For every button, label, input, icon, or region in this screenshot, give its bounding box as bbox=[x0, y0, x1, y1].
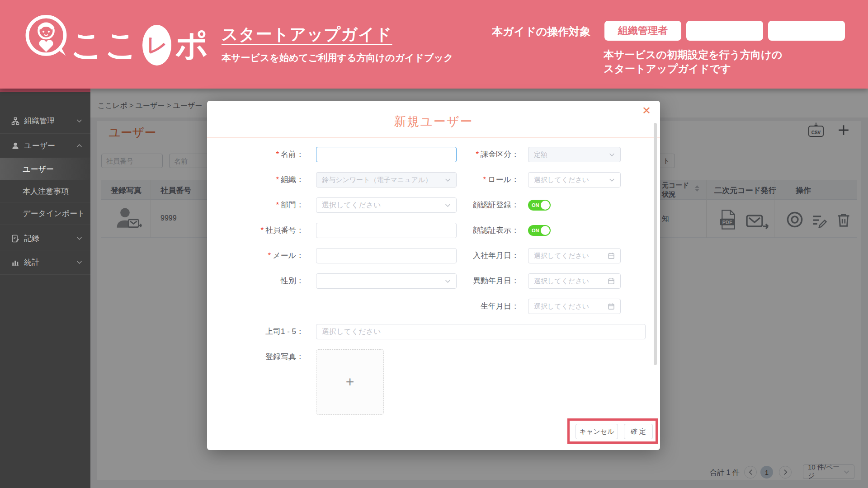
close-icon[interactable]: ✕ bbox=[642, 105, 651, 116]
logo-accent-oval: レ bbox=[142, 25, 171, 66]
chevron-down-icon bbox=[76, 236, 82, 240]
sidebar-item-label: 統計 bbox=[24, 257, 39, 267]
upload-plus-icon: + bbox=[346, 374, 354, 390]
photo-upload-box[interactable]: + bbox=[316, 349, 384, 415]
role-button-2[interactable] bbox=[686, 21, 763, 41]
sidebar-item-statistics[interactable]: 統計 bbox=[0, 250, 90, 275]
sidebar-item-records[interactable]: 記録 bbox=[0, 227, 90, 250]
name-label: *名前： bbox=[213, 149, 304, 160]
bar-chart-icon bbox=[11, 258, 20, 267]
dialog-scrollbar[interactable] bbox=[654, 123, 657, 365]
header-description-line2: スタートアップガイドです bbox=[604, 62, 782, 76]
app-root: ここレポ > ユーザー > ユーザー ユーザー ト CSV 登録写真 社員番号 … bbox=[0, 0, 868, 488]
face-display-label: 顔認証表示： bbox=[429, 225, 519, 236]
audience-label: 本ガイドの操作対象 bbox=[492, 24, 590, 39]
role-label: *ロール： bbox=[429, 174, 519, 185]
header-description-line1: 本サービスの初期設定を行う方向けの bbox=[604, 48, 782, 62]
sidebar-subitem-label: 本人注意事項 bbox=[23, 186, 69, 197]
transfer-date-picker[interactable]: 選択してください bbox=[528, 273, 621, 289]
role-button-org-admin[interactable]: 組織管理者 bbox=[604, 21, 681, 41]
sidebar-subitem-data-import[interactable]: データインポート bbox=[0, 202, 90, 225]
organization-label: *組織： bbox=[213, 174, 304, 185]
sidebar-subitem-users[interactable]: ユーザー bbox=[0, 158, 90, 180]
chevron-down-icon bbox=[76, 260, 82, 264]
sidebar-top-strip bbox=[0, 89, 90, 92]
dialog-title-divider bbox=[207, 137, 660, 137]
kokorepo-logo-icon bbox=[24, 13, 69, 60]
billing-select: 定額 bbox=[528, 147, 621, 162]
sidebar-subitem-personal-notes[interactable]: 本人注意事項 bbox=[0, 180, 90, 202]
calendar-icon bbox=[608, 303, 615, 310]
user-icon bbox=[11, 141, 20, 150]
gender-label: 性別： bbox=[213, 276, 304, 286]
face-registration-toggle[interactable]: ON bbox=[528, 200, 551, 211]
logo-text-1: ここ bbox=[71, 23, 139, 67]
face-registration-label: 顔認証登録： bbox=[429, 200, 519, 211]
face-display-toggle[interactable]: ON bbox=[528, 225, 551, 236]
role-buttons: 組織管理者 bbox=[604, 21, 845, 41]
kokorepo-wordmark: ここ レ ポ bbox=[71, 23, 209, 68]
sidebar-subitem-label: データインポート bbox=[23, 208, 85, 219]
logo-text-2: ポ bbox=[175, 23, 209, 67]
department-label: *部門： bbox=[213, 200, 304, 211]
sidebar-item-label: ユーザー bbox=[24, 141, 55, 151]
boss-label: 上司1 - 5： bbox=[213, 326, 304, 337]
billing-label: *課金区分： bbox=[429, 149, 519, 160]
hire-date-label: 入社年月日： bbox=[429, 250, 519, 261]
chevron-up-icon bbox=[76, 144, 82, 148]
sidebar: 組織管理 ユーザー ユーザー 本人注意事項 データインポート 記録 統計 bbox=[0, 89, 90, 488]
sidebar-item-label: 記録 bbox=[24, 233, 39, 244]
header-description: 本サービスの初期設定を行う方向けの スタートアップガイドです bbox=[604, 48, 782, 76]
org-chart-icon bbox=[11, 117, 20, 126]
logo-accent-char: レ bbox=[146, 31, 168, 59]
mail-label: *メール： bbox=[213, 250, 304, 261]
employee-no-label: *社員番号： bbox=[213, 225, 304, 236]
new-user-dialog: 新規ユーザー ✕ *名前： *課金区分： 定額 *組織： 鈴与シンワート（電子マ… bbox=[207, 101, 660, 450]
sidebar-subitem-label: ユーザー bbox=[23, 164, 54, 174]
app-header: ここ レ ポ スタートアップガイド 本サービスを始めてご利用する方向けのガイドブ… bbox=[0, 0, 868, 89]
role-select[interactable]: 選択してください bbox=[528, 172, 621, 188]
photo-label: 登録写真： bbox=[213, 352, 304, 362]
transfer-date-label: 異動年月日： bbox=[429, 276, 519, 286]
birth-date-label: 生年月日： bbox=[429, 301, 519, 312]
hire-date-picker[interactable]: 選択してください bbox=[528, 248, 621, 263]
toggle-knob bbox=[541, 226, 550, 235]
chevron-down-icon bbox=[609, 178, 615, 182]
sidebar-item-organization[interactable]: 組織管理 bbox=[0, 108, 90, 134]
guide-title: スタートアップガイド bbox=[222, 23, 392, 46]
toggle-knob bbox=[541, 201, 550, 210]
chevron-down-icon bbox=[609, 153, 615, 157]
calendar-icon bbox=[608, 277, 615, 285]
sidebar-item-label: 組織管理 bbox=[24, 116, 55, 126]
role-button-3[interactable] bbox=[768, 21, 845, 41]
boss-select[interactable]: 選択してください bbox=[316, 324, 646, 339]
birth-date-picker[interactable]: 選択してください bbox=[528, 299, 621, 314]
chevron-down-icon bbox=[76, 119, 82, 123]
dialog-title: 新規ユーザー bbox=[207, 113, 660, 130]
guide-subtitle: 本サービスを始めてご利用する方向けのガイドブック bbox=[222, 52, 453, 64]
record-icon bbox=[11, 234, 20, 243]
sidebar-item-users[interactable]: ユーザー bbox=[0, 134, 90, 158]
cancel-button[interactable]: キャンセル bbox=[576, 424, 618, 439]
calendar-icon bbox=[608, 252, 615, 259]
confirm-button[interactable]: 確 定 bbox=[624, 424, 653, 439]
